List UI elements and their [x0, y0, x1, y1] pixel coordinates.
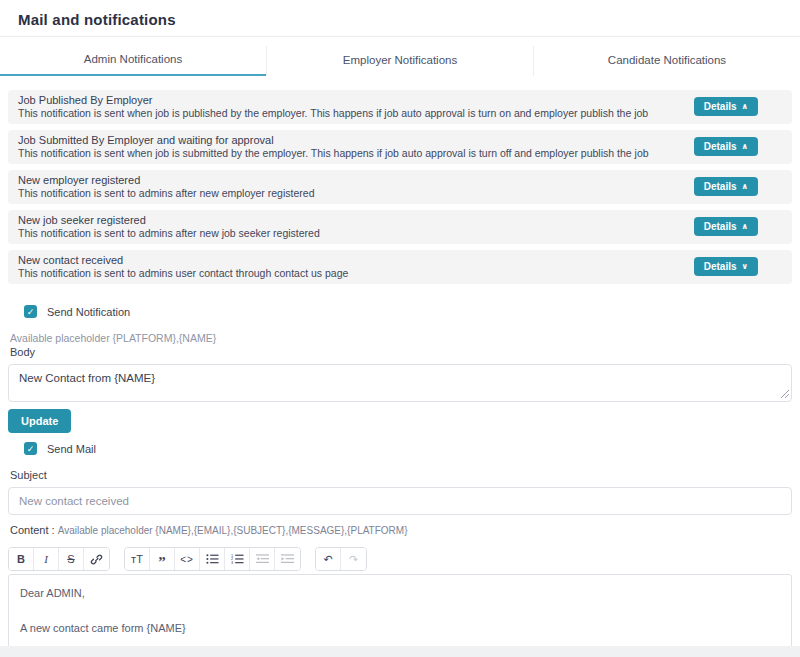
- details-button[interactable]: Details ∧: [694, 217, 758, 236]
- notification-row-job-submitted: Job Submitted By Employer and waiting fo…: [8, 130, 792, 164]
- page-title: Mail and notifications: [18, 11, 782, 28]
- notification-text: New job seeker registered This notificat…: [18, 214, 320, 239]
- notification-title: Job Submitted By Employer and waiting fo…: [18, 134, 649, 146]
- indent-icon: [281, 553, 294, 565]
- svg-text:3: 3: [231, 560, 233, 565]
- notification-title: New contact received: [18, 254, 348, 266]
- mail-section: Subject Content : Available placeholder …: [0, 455, 800, 657]
- toolbar-history-group: ↶ ↷: [315, 547, 367, 571]
- available-placeholder-hint: Available placeholder {PLATFORM},{NAME}: [8, 332, 792, 344]
- notification-text: Job Published By Employer This notificat…: [18, 94, 648, 119]
- bold-button[interactable]: B: [9, 548, 34, 570]
- chevron-up-icon: ∧: [742, 182, 749, 191]
- details-button-label: Details: [704, 141, 737, 152]
- details-button-label: Details: [704, 221, 737, 232]
- chevron-down-icon: ∨: [742, 262, 749, 271]
- notification-title: New employer registered: [18, 174, 314, 186]
- link-icon: [90, 553, 103, 566]
- notification-text: New employer registered This notificatio…: [18, 174, 314, 199]
- details-button[interactable]: Details ∧: [694, 137, 758, 156]
- outdent-icon: [256, 553, 269, 565]
- notification-description: This notification is sent when job is pu…: [18, 107, 648, 119]
- editor-toolbar: B I S тT ” <>: [8, 547, 792, 571]
- details-button[interactable]: Details ∨: [694, 257, 758, 276]
- link-button[interactable]: [84, 548, 109, 570]
- send-notification-row: Send Notification: [24, 305, 800, 318]
- body-field-wrap: New Contact from {NAME}: [8, 364, 792, 402]
- toolbar-block-group: тT ” <> 1 2 3: [124, 547, 301, 571]
- footer-strip: [0, 646, 800, 657]
- send-mail-row: Send Mail: [24, 442, 800, 455]
- blockquote-button[interactable]: ”: [150, 548, 175, 570]
- font-size-button[interactable]: тT: [125, 548, 150, 570]
- notification-row-new-employer: New employer registered This notificatio…: [8, 170, 792, 204]
- details-button-label: Details: [704, 101, 737, 112]
- redo-button[interactable]: ↷: [341, 548, 366, 570]
- tab-candidate-notifications[interactable]: Candidate Notifications: [533, 46, 800, 76]
- notification-row-job-published: Job Published By Employer This notificat…: [8, 90, 792, 124]
- toolbar-format-group: B I S: [8, 547, 110, 571]
- update-notification-button[interactable]: Update: [8, 409, 71, 433]
- undo-button[interactable]: ↶: [316, 548, 341, 570]
- chevron-up-icon: ∧: [742, 222, 749, 231]
- notification-list: Job Published By Employer This notificat…: [0, 76, 800, 290]
- indent-button[interactable]: [275, 548, 300, 570]
- subject-label: Subject: [8, 469, 792, 481]
- send-mail-label: Send Mail: [47, 443, 96, 455]
- send-notification-checkbox[interactable]: [24, 305, 37, 318]
- notification-title: Job Published By Employer: [18, 94, 648, 106]
- ordered-list-button[interactable]: 1 2 3: [225, 548, 250, 570]
- details-button[interactable]: Details ∧: [694, 177, 758, 196]
- italic-button[interactable]: I: [34, 548, 59, 570]
- page-header: Mail and notifications: [0, 0, 800, 37]
- send-mail-checkbox[interactable]: [24, 442, 37, 455]
- notification-row-new-jobseeker: New job seeker registered This notificat…: [8, 210, 792, 244]
- bullet-list-icon: [206, 553, 219, 565]
- mail-content-editor[interactable]: Dear ADMIN, A new contact came form {NAM…: [8, 574, 792, 657]
- notification-description: This notification is sent to admins afte…: [18, 187, 314, 199]
- outdent-button[interactable]: [250, 548, 275, 570]
- notification-body-section: Available placeholder {PLATFORM},{NAME} …: [0, 318, 800, 433]
- notification-description: This notification is sent when job is su…: [18, 147, 649, 159]
- notification-description: This notification is sent to admins user…: [18, 267, 348, 279]
- tab-employer-notifications[interactable]: Employer Notifications: [266, 46, 533, 76]
- send-notification-label: Send Notification: [47, 306, 130, 318]
- content-placeholder-hint: Content : Available placeholder {NAME},{…: [8, 524, 792, 536]
- body-input[interactable]: New Contact from {NAME}: [8, 364, 792, 402]
- notification-title: New job seeker registered: [18, 214, 320, 226]
- ordered-list-icon: 1 2 3: [231, 553, 244, 565]
- details-button-label: Details: [704, 181, 737, 192]
- notification-row-new-contact: New contact received This notification i…: [8, 250, 792, 284]
- notification-text: New contact received This notification i…: [18, 254, 348, 279]
- bullet-list-button[interactable]: [200, 548, 225, 570]
- code-button[interactable]: <>: [175, 548, 200, 570]
- notification-description: This notification is sent to admins afte…: [18, 227, 320, 239]
- mail-notifications-page: Mail and notifications Admin Notificatio…: [0, 0, 800, 657]
- details-button-label: Details: [704, 261, 737, 272]
- notification-text: Job Submitted By Employer and waiting fo…: [18, 134, 649, 159]
- strikethrough-button[interactable]: S: [59, 548, 84, 570]
- subject-input[interactable]: [8, 487, 792, 515]
- redo-icon: ↷: [349, 553, 358, 566]
- content-hint-rest: Available placeholder {NAME},{EMAIL},{SU…: [58, 525, 408, 536]
- body-label: Body: [8, 346, 792, 358]
- details-button[interactable]: Details ∧: [694, 97, 758, 116]
- undo-icon: ↶: [323, 553, 332, 566]
- content-hint-prefix: Content :: [10, 524, 55, 536]
- chevron-up-icon: ∧: [742, 142, 749, 151]
- tab-admin-notifications[interactable]: Admin Notifications: [0, 46, 266, 76]
- notification-tabs: Admin Notifications Employer Notificatio…: [0, 46, 800, 76]
- chevron-up-icon: ∧: [742, 102, 749, 111]
